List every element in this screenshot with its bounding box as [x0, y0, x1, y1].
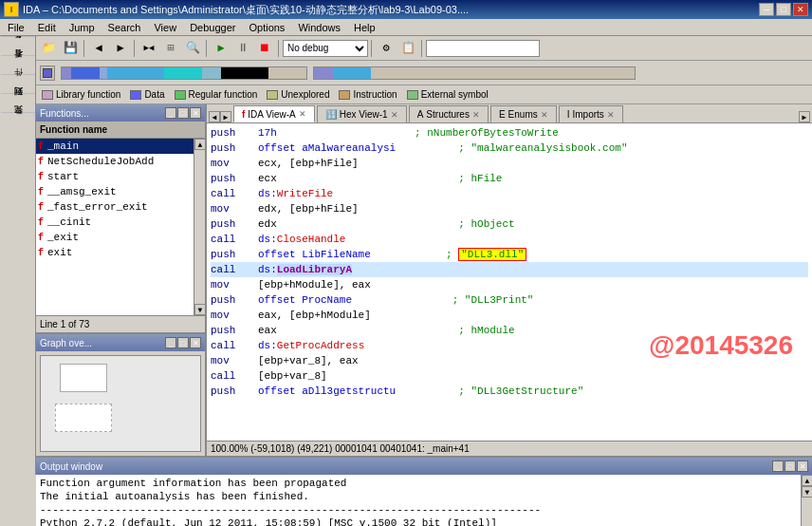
output-content[interactable]: Function argument information has been p…	[36, 475, 801, 526]
menu-options[interactable]: Options	[243, 21, 290, 34]
tab-imports[interactable]: I Imports ✕	[559, 105, 623, 122]
code-line-14[interactable]: callds:GetProcAddress	[211, 338, 808, 353]
code-line-7[interactable]: callds:CloseHandle	[211, 232, 808, 247]
progress-seg-4	[107, 67, 164, 79]
left-panel-item-0[interactable]: 任务	[1, 36, 35, 55]
minimize-button[interactable]: ─	[759, 3, 774, 16]
tool-btn-2[interactable]: ⊞	[160, 38, 181, 59]
func-item-3[interactable]: f__amsg_exit	[36, 184, 194, 199]
tab-hex-close[interactable]: ✕	[391, 110, 398, 120]
menu-edit[interactable]: Edit	[32, 21, 62, 34]
scroll-up[interactable]: ▲	[194, 139, 205, 150]
tab-enums-close[interactable]: ✕	[541, 110, 548, 120]
menu-view[interactable]: View	[148, 21, 182, 34]
output-close[interactable]: ✕	[797, 460, 808, 472]
output-scroll-down[interactable]: ▼	[802, 486, 812, 498]
menu-debugger[interactable]: Debugger	[184, 21, 241, 34]
output-line-2: ----------------------------------------…	[40, 503, 797, 517]
tab-scroll-right[interactable]: ▶	[220, 111, 231, 122]
code-area[interactable]: push17h ; nNumberOfBytesToWritepushoffse…	[207, 123, 812, 441]
left-panel-item-1[interactable]: 看看	[1, 55, 35, 74]
open-button[interactable]: 📁	[38, 38, 59, 59]
code-line-6[interactable]: pushedx ; hObject	[211, 216, 808, 232]
tool-btn-7[interactable]: ⚙	[376, 38, 397, 59]
code-line-3[interactable]: pushecx ; hFile	[211, 171, 808, 186]
tool-btn-4[interactable]: ▶	[211, 38, 231, 59]
tool-btn-5[interactable]: ⏸	[232, 38, 253, 59]
menu-file[interactable]: File	[2, 21, 30, 34]
code-line-0[interactable]: push17h ; nNumberOfBytesToWrite	[211, 125, 808, 141]
scroll-down[interactable]: ▼	[194, 304, 205, 315]
graph-panel-close[interactable]: ✕	[190, 337, 201, 348]
func-item-7[interactable]: fexit	[36, 245, 194, 260]
tab-ida-view-close[interactable]: ✕	[299, 109, 306, 119]
back-button[interactable]: ◀	[88, 38, 109, 59]
close-button[interactable]: ✕	[793, 3, 808, 16]
func-item-4[interactable]: f_fast_error_exit	[36, 199, 194, 215]
output-scroll-up[interactable]: ▲	[802, 475, 812, 486]
tab-structures[interactable]: A Structures ✕	[409, 105, 489, 122]
functions-col-header-text: Function name	[40, 124, 107, 135]
func-item-2[interactable]: fstart	[36, 169, 194, 184]
tab-enums-label: Enums	[508, 109, 538, 120]
tab-ida-view[interactable]: f IDA View-A ✕	[233, 105, 315, 122]
tool-btn-3[interactable]: 🔍	[182, 38, 203, 59]
left-panel-item-4[interactable]: 完整	[1, 112, 35, 131]
code-line-2[interactable]: movecx, [ebp+hFile]	[211, 156, 808, 171]
code-line-17[interactable]: pushoffset aDll3getstructu ; "DLL3GetStr…	[211, 384, 808, 399]
code-line-9[interactable]: callds:LoadLibraryA	[211, 262, 808, 277]
code-line-1[interactable]: pushoffset aMalwareanalysi ; "malwareana…	[211, 141, 808, 156]
tool-btn-6[interactable]: ⏹	[254, 38, 275, 59]
functions-scrollbar[interactable]: ▲ ▼	[194, 139, 205, 315]
menu-jump[interactable]: Jump	[64, 21, 101, 34]
tab-scroll-left[interactable]: ◀	[209, 111, 220, 122]
left-panel-item-3[interactable]: 近到到	[1, 93, 35, 112]
graph-panel-maximize[interactable]: □	[177, 337, 189, 348]
tab-structures-icon: A	[417, 109, 424, 120]
left-panel-item-2[interactable]: 件	[1, 74, 35, 93]
tab-right-btn[interactable]: ▶	[799, 111, 810, 122]
debug-dropdown[interactable]: No debug	[283, 40, 368, 57]
progress-seg-5	[164, 67, 202, 79]
functions-panel-close[interactable]: ✕	[190, 107, 201, 119]
tool-btn-8[interactable]: 📋	[397, 38, 418, 59]
code-line-13[interactable]: pusheax ; hModule	[211, 323, 808, 338]
tab-imports-close[interactable]: ✕	[607, 110, 615, 120]
code-line-12[interactable]: moveax, [ebp+hModule]	[211, 308, 808, 323]
tab-ida-view-label: IDA View-A	[248, 109, 295, 120]
func-name-1: NetScheduleJobAdd	[47, 156, 154, 167]
output-scrollbar[interactable]: ▲ ▼	[801, 475, 812, 526]
func-item-1[interactable]: fNetScheduleJobAdd	[36, 154, 194, 169]
forward-button[interactable]: ▶	[110, 38, 131, 59]
save-button[interactable]: 💾	[60, 38, 81, 59]
menu-help[interactable]: Help	[348, 21, 381, 34]
code-line-15[interactable]: mov[ebp+var_8], eax	[211, 353, 808, 368]
code-line-11[interactable]: pushoffset ProcName ; "DLL3Print"	[211, 292, 808, 308]
menu-bar: File Edit Jump Search View Debugger Opti…	[0, 19, 812, 36]
code-line-10[interactable]: mov[ebp+hModule], eax	[211, 277, 808, 292]
tab-structures-close[interactable]: ✕	[472, 110, 480, 120]
ida-icon	[40, 66, 55, 81]
code-line-8[interactable]: pushoffset LibFileName ; "DLL3.dll"	[211, 247, 808, 262]
code-line-16[interactable]: call[ebp+var_8]	[211, 368, 808, 384]
functions-panel-maximize[interactable]: □	[177, 107, 189, 119]
search-input[interactable]	[426, 40, 540, 57]
code-line-4[interactable]: callds:WriteFile	[211, 186, 808, 201]
output-maximize[interactable]: □	[784, 460, 796, 472]
graph-panel-minimize[interactable]: _	[165, 337, 176, 348]
menu-windows[interactable]: Windows	[292, 21, 346, 34]
tab-enums-icon: E	[499, 109, 506, 120]
func-item-5[interactable]: f__cinit	[36, 215, 194, 230]
tab-hex-view[interactable]: 🔢 Hex View-1 ✕	[317, 105, 407, 122]
func-item-6[interactable]: f_exit	[36, 230, 194, 245]
menu-search[interactable]: Search	[102, 21, 147, 34]
output-minimize[interactable]: _	[772, 460, 784, 472]
maximize-button[interactable]: □	[776, 3, 791, 16]
tab-enums[interactable]: E Enums ✕	[490, 105, 557, 122]
pb2-seg-2	[333, 67, 371, 79]
tool-btn-1[interactable]: ▶◀	[138, 38, 159, 59]
scroll-track[interactable]	[194, 150, 205, 304]
code-line-5[interactable]: movedx, [ebp+hFile]	[211, 201, 808, 216]
func-item-0[interactable]: f_main	[36, 139, 194, 154]
functions-panel-minimize[interactable]: _	[165, 107, 176, 119]
